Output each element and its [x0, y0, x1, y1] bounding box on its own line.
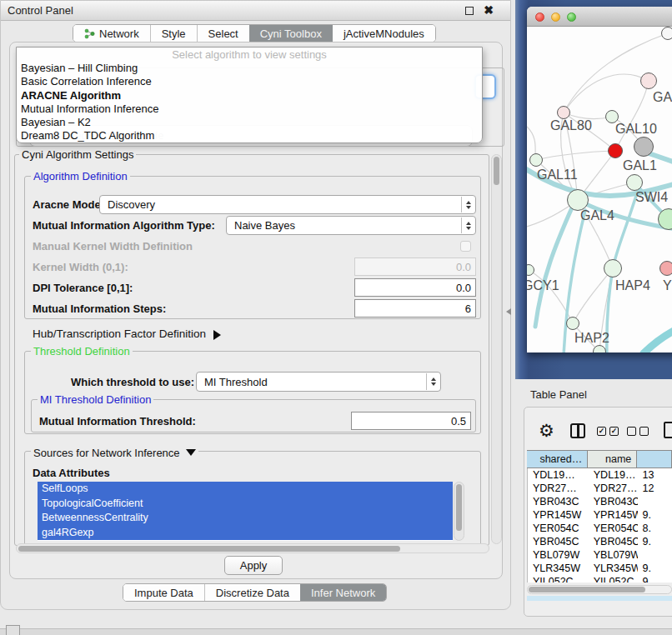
network-canvas[interactable]: GALGAL80GAL10GAL1GAL11SWI4GAL4GCY1HAP4YH… — [527, 27, 672, 352]
network-node-gal[interactable] — [640, 72, 657, 89]
table-row[interactable]: YBR043CYBR043C — [528, 495, 672, 508]
tab-select-label: Select — [208, 28, 238, 40]
tab-jactivemnodules-label: jActiveMNodules — [344, 28, 424, 40]
table-row[interactable]: YDL19…YDL19…13 — [528, 468, 672, 482]
table-row[interactable]: YLR345WYLR345W9. — [528, 562, 672, 575]
deselect-all-checks-icon[interactable] — [627, 427, 649, 436]
tab-style[interactable]: Style — [150, 25, 197, 42]
network-node[interactable] — [634, 137, 654, 157]
table-horizontal-scrollbar-thumb[interactable] — [529, 587, 645, 592]
algorithm-option-basic-correlation-inference[interactable]: Basic Correlation Inference — [17, 75, 482, 88]
close-panel-icon[interactable]: ✖ — [484, 3, 494, 17]
settings-vertical-scrollbar[interactable] — [491, 154, 502, 544]
network-node[interactable] — [593, 345, 606, 352]
table-cell: YDR27… — [528, 482, 589, 495]
sources-title-toggle[interactable]: Sources for Network Inference — [31, 445, 198, 459]
which-threshold-spinner-icon[interactable] — [426, 373, 439, 390]
network-node-hap2[interactable] — [566, 317, 579, 330]
mi-type-combo[interactable]: Naive Bayes — [226, 216, 476, 235]
attribute-item-gal4rgexp[interactable]: gal4RGexp — [38, 526, 453, 541]
network-node-gal1[interactable] — [608, 143, 623, 158]
tab-jactivemnodules[interactable]: jActiveMNodules — [333, 25, 435, 42]
bottom-tab-infer-network[interactable]: Infer Network — [300, 584, 386, 601]
data-attributes-list[interactable]: SelfLoopsTopologicalCoefficientBetweenne… — [38, 482, 453, 541]
dpi-tolerance-label: DPI Tolerance [0,1]: — [33, 282, 133, 294]
float-panel-icon[interactable] — [465, 7, 474, 15]
attribute-item-selfloops[interactable]: SelfLoops — [38, 482, 453, 497]
attributes-list-scrollbar-thumb[interactable] — [456, 484, 462, 531]
panel-splitter-arrow-icon[interactable] — [503, 308, 511, 315]
control-panel-titlebar[interactable]: Control Panel ✖ — [1, 1, 510, 21]
aracne-mode-spinner-icon[interactable] — [461, 197, 474, 212]
table-row[interactable]: YBL079WYBL079W — [528, 548, 672, 562]
table-horizontal-scrollbar[interactable] — [527, 585, 672, 594]
control-panel-title: Control Panel — [8, 4, 73, 17]
bottom-left-handle-icon[interactable] — [6, 625, 20, 635]
settings-vertical-scrollbar-thumb[interactable] — [494, 157, 499, 185]
table-row[interactable]: YPR145WYPR145W9. — [528, 508, 672, 522]
which-threshold-combo[interactable]: MI Threshold — [196, 372, 441, 392]
table-header-col3[interactable] — [637, 450, 672, 468]
algorithm-option-bayesian-hill-climbing[interactable]: Bayesian – Hill Climbing — [17, 62, 482, 75]
settings-horizontal-scrollbar[interactable] — [16, 543, 489, 553]
table-cell: YIL052C — [528, 575, 589, 582]
tab-network[interactable]: Network — [73, 25, 150, 42]
mi-steps-input[interactable]: 6 — [354, 299, 476, 318]
network-node[interactable] — [661, 27, 672, 40]
table-header-name[interactable]: name — [588, 450, 637, 468]
table-row[interactable]: YBR045CYBR045C9. — [528, 535, 672, 548]
table-cell: YIL052C — [589, 575, 638, 582]
table-cell: YLR345W — [589, 562, 638, 575]
table-row[interactable]: YIL052CYIL052C9 — [528, 575, 672, 582]
network-node-gal11[interactable] — [529, 153, 543, 167]
settings-horizontal-scrollbar-thumb[interactable] — [18, 546, 400, 552]
table-cell — [638, 548, 672, 562]
apply-button[interactable]: Apply — [224, 556, 283, 575]
table-row[interactable]: YER054CYER054C8. — [528, 522, 672, 535]
network-node-swi4[interactable] — [626, 174, 643, 191]
attribute-item-betweennesscentrality[interactable]: BetweennessCentrality — [38, 511, 453, 526]
algorithm-option-aracne-algorithm[interactable]: ARACNE Algorithm — [17, 89, 482, 102]
dpi-tolerance-input[interactable]: 0.0 — [354, 278, 476, 297]
algorithm-option-dream8-dc-tdc-algorithm[interactable]: Dream8 DC_TDC Algorithm — [17, 129, 482, 142]
aracne-mode-combo[interactable]: Discovery — [99, 195, 476, 214]
attribute-item-topologicalcoefficient[interactable]: TopologicalCoefficient — [38, 497, 453, 512]
algorithm-option-bayesian-k2[interactable]: Bayesian – K2 — [17, 116, 482, 129]
hub-section-toggle[interactable]: Hub/Transcription Factor Definition — [33, 328, 226, 340]
select-all-checks-icon[interactable]: ✓✓ — [597, 427, 619, 436]
document-icon[interactable] — [664, 422, 672, 438]
zoom-window-icon[interactable] — [567, 12, 576, 22]
bottom-tab-discretize-data[interactable]: Discretize Data — [204, 584, 300, 601]
table-row[interactable]: YDR27…YDR27…12 — [528, 482, 672, 495]
control-panel-window: Control Panel ✖ NetworkStyleSelectCyni T… — [0, 0, 511, 610]
minimize-window-icon[interactable] — [551, 12, 560, 22]
network-node-label-gal80: GAL80 — [550, 118, 592, 133]
table-header-shared[interactable]: shared… — [527, 450, 588, 468]
tab-style-label: Style — [162, 28, 186, 40]
tab-select[interactable]: Select — [197, 25, 249, 42]
mi-threshold-input[interactable]: 0.5 — [351, 412, 471, 430]
network-window-titlebar[interactable] — [527, 7, 672, 27]
tab-cyni-toolbox[interactable]: Cyni Toolbox — [249, 25, 333, 42]
aracne-mode-value: Discovery — [108, 198, 155, 211]
network-node-gal80[interactable] — [557, 106, 570, 119]
network-node-y[interactable] — [659, 261, 672, 276]
network-node-hap4[interactable] — [604, 259, 622, 278]
manual-kernel-checkbox[interactable] — [460, 241, 471, 252]
bottom-tab-impute-data[interactable]: Impute Data — [123, 584, 204, 601]
table-cell — [638, 495, 672, 508]
algorithm-option-mutual-information-inference[interactable]: Mutual Information Inference — [17, 102, 482, 116]
close-window-icon[interactable] — [535, 12, 544, 22]
table-cell: 9. — [638, 535, 672, 548]
attributes-list-scrollbar[interactable] — [454, 482, 464, 541]
sources-title: Sources for Network Inference — [33, 447, 180, 459]
screen: Control Panel ✖ NetworkStyleSelectCyni T… — [0, 0, 672, 635]
gear-icon[interactable]: ⚙ — [539, 421, 554, 441]
network-tab-icon — [84, 28, 95, 39]
columns-icon[interactable] — [570, 423, 585, 438]
mi-steps-value: 6 — [465, 302, 471, 315]
network-node-label-hap2: HAP2 — [574, 331, 609, 346]
mi-type-spinner-icon[interactable] — [461, 218, 474, 233]
kernel-width-input[interactable]: 0.0 — [354, 258, 476, 276]
table-cell: YBL079W — [589, 548, 638, 562]
